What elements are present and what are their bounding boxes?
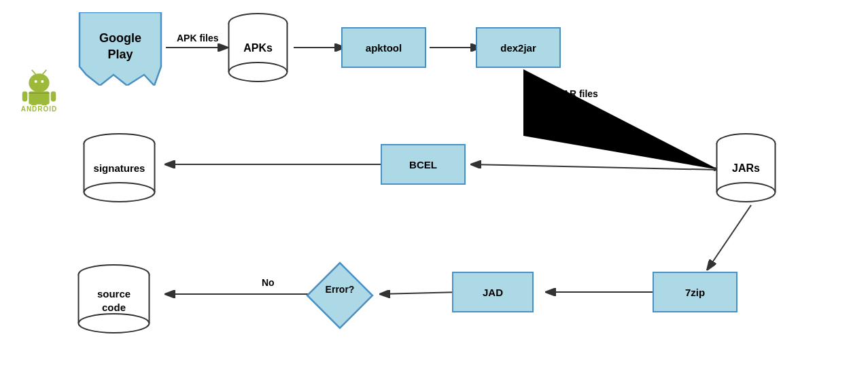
zip7-node: 7zip <box>653 272 737 312</box>
svg-text:source: source <box>97 288 131 300</box>
svg-text:Play: Play <box>107 48 133 61</box>
error-node: Error? <box>306 261 374 329</box>
svg-text:JARs: JARs <box>732 162 760 174</box>
svg-point-39 <box>84 183 155 202</box>
svg-point-47 <box>79 314 150 333</box>
svg-rect-16 <box>22 91 28 101</box>
svg-point-27 <box>229 62 288 82</box>
svg-line-13 <box>32 70 35 74</box>
apktool-node: apktool <box>341 27 426 68</box>
diagram: ANDROID Google Play APKs apktool dex2jar <box>0 0 868 379</box>
apks-node: APKs <box>226 12 290 84</box>
svg-text:Error?: Error? <box>326 284 355 295</box>
svg-text:signatures: signatures <box>94 162 145 174</box>
svg-marker-41 <box>307 263 372 328</box>
bcel-node: BCEL <box>381 144 466 185</box>
no-label: No <box>262 277 275 288</box>
jad-node: JAD <box>452 272 534 312</box>
svg-point-11 <box>35 80 37 83</box>
dex2jar-node: dex2jar <box>476 27 561 68</box>
jar-files-label: JAR files <box>557 88 598 99</box>
svg-text:Google: Google <box>99 31 141 45</box>
svg-text:code: code <box>102 302 126 313</box>
source-code-node: source code <box>75 264 153 335</box>
google-play-node: Google Play <box>76 12 164 86</box>
apk-files-label: APK files <box>177 33 218 43</box>
android-icon: ANDROID <box>14 68 65 113</box>
svg-line-14 <box>43 70 46 74</box>
signatures-node: signatures <box>80 132 158 204</box>
svg-text:APKs: APKs <box>243 42 273 54</box>
svg-rect-17 <box>51 91 56 101</box>
svg-point-10 <box>29 73 49 92</box>
svg-line-4 <box>470 164 719 170</box>
svg-line-6 <box>707 205 751 270</box>
svg-line-8 <box>379 292 461 294</box>
svg-point-33 <box>717 183 776 202</box>
jars-node: JARs <box>714 132 778 204</box>
svg-point-12 <box>41 80 44 83</box>
android-label: ANDROID <box>14 105 65 113</box>
